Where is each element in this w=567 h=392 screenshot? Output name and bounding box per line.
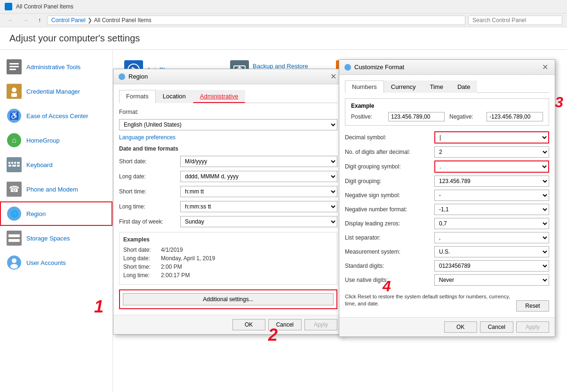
sidebar-item-label-keyboard[interactable]: Keyboard [26, 161, 53, 168]
sidebar-item-label-credential[interactable]: Credential Manager [26, 88, 80, 95]
standard-digits-label: Standard digits: [345, 263, 434, 269]
region-tab-administrative[interactable]: Administrative [193, 90, 246, 103]
digits-after-decimal-select[interactable]: 2 [434, 146, 549, 158]
leading-zeros-label: Display leading zeros: [345, 220, 434, 227]
digit-grouping-symbol-select[interactable]: . [434, 160, 549, 173]
negative-sign-row: Negative sign symbol: - [345, 190, 549, 201]
sidebar-item-keyboard[interactable]: Keyboard [0, 152, 112, 177]
negative-number-format-select[interactable]: -1,1 [434, 204, 549, 215]
sidebar-item-region[interactable]: 🌐 Region [0, 201, 112, 226]
long-date-select[interactable]: dddd, MMMM d, yyyy [180, 171, 337, 182]
short-date-label: Short date: [119, 158, 180, 165]
sidebar-item-label-homegroup[interactable]: HomeGroup [26, 137, 60, 144]
sidebar-item-credential-manager[interactable]: Credential Manager [0, 79, 112, 104]
customize-ok-button[interactable]: OK [444, 321, 477, 333]
up-button[interactable]: ↑ [35, 16, 44, 25]
sidebar-item-phone-modem[interactable]: ☎ Phone and Modem [0, 177, 112, 201]
customize-tab-numbers[interactable]: Numbers [345, 80, 384, 93]
svg-rect-1 [9, 63, 19, 64]
first-day-label: First day of week: [119, 218, 180, 225]
svg-text:♿: ♿ [9, 111, 19, 120]
customize-dialog-close[interactable]: ✕ [540, 63, 550, 72]
svg-point-27 [12, 258, 16, 263]
leading-zeros-select[interactable]: 0,7 [434, 218, 549, 229]
ex-short-date-label: Short date: [123, 247, 161, 253]
reset-button[interactable]: Reset [516, 300, 549, 312]
storage-spaces-icon [7, 231, 22, 246]
region-tab-formats[interactable]: Formats [119, 90, 156, 103]
region-tab-location[interactable]: Location [156, 90, 193, 103]
long-time-select[interactable]: h:mm:ss tt [180, 201, 337, 212]
digit-grouping-row: Digit grouping: 123.456.789 [345, 176, 549, 187]
native-digits-select[interactable]: Never [434, 274, 549, 286]
sidebar-item-ease-of-access[interactable]: ♿ Ease of Access Center [0, 104, 112, 128]
svg-rect-15 [17, 162, 20, 164]
customize-tab-currency[interactable]: Currency [384, 80, 423, 93]
short-time-select[interactable]: h:mm tt [180, 186, 337, 197]
customize-dialog-titlebar[interactable]: Customize Format ✕ [339, 60, 555, 75]
forward-button[interactable]: → [20, 16, 32, 25]
customize-dialog: Customize Format ✕ Numbers Currency Time… [339, 59, 555, 337]
region-ok-button[interactable]: OK [232, 319, 265, 330]
region-icon: 🌐 [7, 206, 22, 221]
language-preferences-link[interactable]: Language preferences [119, 134, 337, 141]
examples-title: Examples [123, 236, 333, 243]
sidebar-item-administrative-tools[interactable]: Administrative Tools [0, 55, 112, 79]
title-text: All Control Panel Items [16, 3, 73, 10]
long-date-row: Long date: dddd, MMMM d, yyyy [119, 171, 337, 182]
digit-grouping-label: Digit grouping: [345, 178, 434, 184]
sidebar-item-label-admin[interactable]: Administrative Tools [26, 64, 80, 71]
customize-apply-button[interactable]: Apply [516, 321, 549, 333]
customize-tab-bar: Numbers Currency Time Date [345, 80, 549, 93]
positive-input[interactable] [388, 112, 445, 121]
customize-dialog-body: Numbers Currency Time Date Example Posit… [339, 75, 555, 317]
sidebar-item-label-user[interactable]: User Accounts [26, 259, 66, 266]
sidebar-item-label-storage[interactable]: Storage Spaces [26, 235, 70, 242]
digit-grouping-select[interactable]: 123.456.789 [434, 176, 549, 187]
standard-digits-select[interactable]: 0123456789 [434, 260, 549, 272]
negative-sign-select[interactable]: - [434, 190, 549, 201]
negative-input[interactable] [487, 112, 543, 121]
breadcrumb-all-items: All Control Panel Items [94, 17, 152, 24]
svg-rect-17 [12, 165, 16, 167]
nav-bar: ← → ↑ Control Panel ❯ All Control Panel … [0, 14, 567, 27]
customize-tab-time[interactable]: Time [423, 80, 450, 93]
negative-label: Negative: [449, 113, 482, 120]
measurement-row: Measurement system: U.S. [345, 246, 549, 257]
negative-number-format-label: Negative number format: [345, 206, 434, 213]
sidebar-item-homegroup[interactable]: ⌂ HomeGroup [0, 128, 112, 152]
region-dialog-close[interactable]: ✕ [328, 72, 338, 81]
customize-tab-date[interactable]: Date [450, 80, 477, 93]
additional-settings-button[interactable]: Additional settings... [123, 293, 334, 305]
svg-rect-18 [17, 165, 20, 167]
sidebar-item-label-phone[interactable]: Phone and Modem [26, 186, 78, 193]
svg-point-56 [344, 64, 351, 71]
sidebar-item-user-accounts[interactable]: User Accounts [0, 250, 112, 275]
region-dialog-titlebar[interactable]: Region ✕ [113, 69, 343, 84]
back-button[interactable]: ← [5, 16, 17, 25]
first-day-select[interactable]: Sunday [180, 216, 337, 227]
search-input[interactable] [468, 16, 562, 25]
ex-long-date-value: Monday, April 1, 2019 [161, 255, 215, 262]
svg-rect-13 [11, 162, 13, 164]
region-tab-bar: Formats Location Administrative [119, 90, 337, 103]
sidebar-item-label-ease[interactable]: Ease of Access Center [26, 112, 88, 120]
svg-point-28 [10, 264, 18, 269]
ex-long-time-value: 2:00:17 PM [161, 272, 190, 279]
ex-short-time-value: 2:00 PM [161, 264, 182, 270]
sidebar-item-label-region[interactable]: Region [26, 210, 46, 217]
decimal-symbol-select[interactable]: | [434, 131, 549, 144]
svg-rect-3 [9, 69, 16, 70]
format-select[interactable]: English (United States) [119, 119, 337, 130]
svg-rect-25 [8, 239, 20, 242]
positive-label: Positive: [351, 113, 383, 120]
region-cancel-button[interactable]: Cancel [268, 319, 302, 330]
short-date-select[interactable]: M/d/yyyy [180, 156, 337, 167]
long-time-label: Long time: [119, 203, 180, 210]
list-separator-select[interactable]: , [434, 232, 549, 243]
region-apply-button[interactable]: Apply [304, 319, 337, 330]
measurement-select[interactable]: U.S. [434, 246, 549, 257]
customize-cancel-button[interactable]: Cancel [480, 321, 513, 333]
breadcrumb-control-panel[interactable]: Control Panel [51, 17, 86, 24]
sidebar-item-storage-spaces[interactable]: Storage Spaces [0, 226, 112, 250]
